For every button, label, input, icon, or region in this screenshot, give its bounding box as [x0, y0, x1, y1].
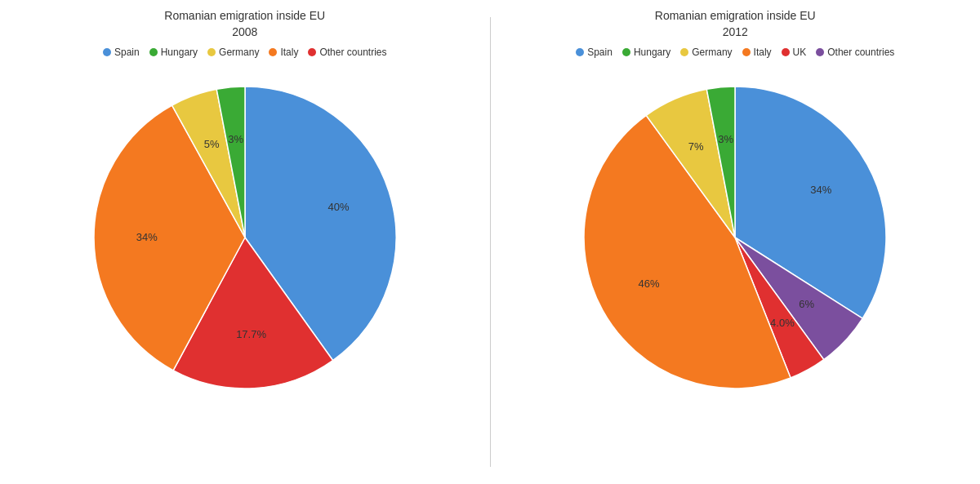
pie-label: 40%	[327, 201, 349, 213]
pie-label: 34%	[811, 184, 832, 196]
legend-dot	[269, 48, 277, 56]
chart2-legend: SpainHungaryGermanyItalyUKOther countrie…	[576, 47, 894, 58]
legend-item: Hungary	[149, 47, 198, 58]
pie-label: 3%	[719, 133, 734, 145]
legend-label: Other countries	[827, 47, 894, 58]
legend-item: Other countries	[308, 47, 386, 58]
legend-item: UK	[782, 47, 807, 58]
legend-dot	[308, 48, 316, 56]
legend-dot	[782, 48, 790, 56]
pie-label: 17.7%	[236, 329, 266, 341]
legend-label: Italy	[754, 47, 772, 58]
legend-item: Germany	[207, 47, 259, 58]
legend-item: Other countries	[816, 47, 894, 58]
legend-dot	[576, 48, 584, 56]
legend-dot	[622, 48, 630, 56]
legend-label: Spain	[587, 47, 612, 58]
legend-label: Germany	[219, 47, 259, 58]
legend-dot	[816, 48, 824, 56]
legend-item: Spain	[103, 47, 140, 58]
pie-label: 5%	[204, 139, 220, 151]
legend-label: Spain	[114, 47, 140, 58]
pie-label: 34%	[136, 231, 157, 243]
chart2-container: Romanian emigration inside EU 2012 Spain…	[491, 0, 981, 484]
legend-label: Other countries	[319, 47, 386, 58]
chart1-title: Romanian emigration inside EU 2008	[164, 8, 325, 40]
legend-label: Hungary	[634, 47, 670, 58]
legend-dot	[103, 48, 111, 56]
legend-label: Germany	[692, 47, 732, 58]
pie-label: 6%	[800, 298, 815, 310]
pie-label: 3%	[228, 133, 243, 145]
legend-label: Hungary	[161, 47, 198, 58]
legend-dot	[149, 48, 158, 56]
legend-dot	[680, 48, 688, 56]
legend-item: Italy	[269, 47, 298, 58]
legend-item: Germany	[680, 47, 732, 58]
legend-label: UK	[793, 47, 807, 58]
chart1-legend: SpainHungaryGermanyItalyOther countries	[103, 47, 386, 58]
legend-dot	[207, 48, 216, 56]
legend-item: Hungary	[622, 47, 670, 58]
legend-item: Italy	[742, 47, 772, 58]
chart2-title: Romanian emigration inside EU 2012	[655, 8, 816, 40]
chart1-container: Romanian emigration inside EU 2008 Spain…	[0, 0, 490, 484]
chart1-pie: 40%17.7%34%5%3%	[74, 66, 416, 409]
pie-label: 7%	[688, 140, 704, 153]
pie-label: 4.0%	[770, 317, 795, 329]
legend-dot	[742, 48, 751, 56]
pie-label: 46%	[639, 278, 660, 291]
legend-label: Italy	[280, 47, 298, 58]
chart2-pie: 34%6%4.0%46%7%3%	[564, 66, 906, 409]
legend-item: Spain	[576, 47, 612, 58]
